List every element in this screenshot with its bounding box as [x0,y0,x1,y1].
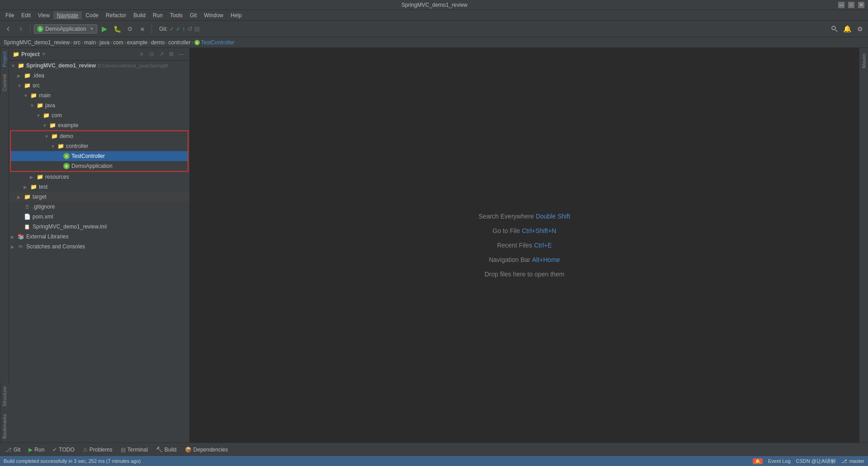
tree-scratches[interactable]: ▶ ✏ Scratches and Consoles [9,242,189,252]
search-everywhere-button[interactable] [829,24,840,34]
git-check-2: ✓ [176,26,180,32]
vertical-tab-structure[interactable]: Structure [0,383,9,410]
tree-external-libs-label: External Libraries [26,233,68,240]
debug-button[interactable]: 🐛 [112,24,123,34]
tree-testcontroller[interactable]: S TestController [11,151,188,161]
tree-root[interactable]: ▼ 📁 SpringMVC_demo1_review D:\Java\code\… [9,61,189,71]
menu-window[interactable]: Window [200,11,227,19]
tree-demoapplication[interactable]: S DemoApplication [11,161,188,171]
chevron-down-icon[interactable]: ▼ [42,52,46,57]
folder-target-icon: 📁 [24,193,31,200]
menu-view[interactable]: View [34,11,53,19]
event-log-label[interactable]: Event Log [768,458,791,464]
breadcrumb-java[interactable]: java [99,39,109,46]
menu-file[interactable]: File [2,11,18,19]
deps-tab-icon: 📦 [185,447,192,453]
title-bar: SpringMVC_demo1_review — □ ✕ [0,0,868,10]
hide-panel-button[interactable]: — [177,50,186,59]
run-config-label: DemoApplication [45,26,86,32]
tree-main[interactable]: ▼ 📁 main [9,90,189,100]
tree-target[interactable]: ▶ 📁 target [9,192,189,202]
status-left: Build completed successfully in 3 sec, 2… [4,458,141,464]
hint-search-shortcut: Double Shift [536,213,570,220]
branch-name: master [849,458,864,464]
breadcrumb-com[interactable]: com [113,39,123,46]
tree-iml[interactable]: 📋 SpringMVC_demo1_review.iml [9,222,189,232]
hint-recent-files: Recent Files Ctrl+E [497,242,552,249]
menu-tools[interactable]: Tools [166,11,186,19]
minimize-button[interactable]: — [838,2,844,8]
breadcrumb-demo[interactable]: demo [151,39,165,46]
bottom-tab-problems[interactable]: ⚠ Problems [79,444,116,455]
tree-controller[interactable]: ▼ 📁 controller [11,141,188,151]
menu-build[interactable]: Build [130,11,149,19]
tree-src-label: src [33,82,40,89]
breadcrumb-project[interactable]: SpringMVC_demo1_review [4,39,70,46]
menu-edit[interactable]: Edit [18,11,34,19]
git-menu-icon[interactable]: ⊟ [194,25,200,33]
vertical-tab-project[interactable]: Project [0,48,9,71]
breadcrumb-sep-3: › [97,39,99,46]
back-button[interactable] [3,24,14,34]
branch-label[interactable]: ⎇ master [841,458,864,464]
tree-src[interactable]: ▼ 📁 src [9,81,189,90]
toolbar: S DemoApplication ▼ ▶ 🐛 ⊙ ■ Git: ✓ ✓ ↑ ↺… [0,21,868,37]
tree-pomxml[interactable]: 📄 pom.xml [9,212,189,222]
settings-panel-button[interactable]: ⚙ [167,50,176,59]
vertical-tab-commit[interactable]: Commit [0,71,9,95]
tree-demo[interactable]: ▼ 📁 demo [11,131,188,141]
git-push-icon[interactable]: ↑ [182,25,185,33]
breadcrumb-main[interactable]: main [84,39,96,46]
forward-button[interactable] [15,24,26,34]
settings-button[interactable]: ⚙ [854,24,865,34]
hint-drop-files-text: Drop files here to open them [485,271,565,278]
project-panel-header: 📁 Project ▼ ≡ ⊙ ↗ ⚙ — [9,48,189,61]
menu-code[interactable]: Code [82,11,102,19]
bottom-tab-git[interactable]: ⎇ Git [2,444,24,455]
chevron-down-icon: ▼ [90,26,94,31]
menu-navigate[interactable]: Navigate [53,11,82,19]
tree-gitignore-label: .gitignore [33,204,55,210]
close-button[interactable]: ✕ [858,2,864,8]
menu-git[interactable]: Git [186,11,200,19]
breadcrumb-testcontroller[interactable]: S TestController [194,39,235,46]
maximize-button[interactable]: □ [848,2,854,8]
run-with-coverage-button[interactable]: ⊙ [124,24,135,34]
bottom-tab-dependencies[interactable]: 📦 Dependencies [181,444,232,455]
collapse-all-button[interactable]: ≡ [137,50,146,59]
tree-gitignore[interactable]: 🗒 .gitignore [9,202,189,212]
breadcrumb-controller[interactable]: controller [168,39,190,46]
spring-icon-testcontroller: S [63,153,70,159]
breadcrumb-example[interactable]: example [127,39,147,46]
terminal-tab-label: Terminal [127,447,148,453]
menu-refactor[interactable]: Refactor [102,11,130,19]
bottom-tab-build[interactable]: 🔨 Build [152,444,180,455]
maven-panel-label[interactable]: Maven [860,50,868,72]
svg-point-0 [832,26,835,30]
git-update-icon[interactable]: ↺ [187,25,193,33]
tree-idea[interactable]: ▶ 📁 .idea [9,71,189,81]
tree-idea-label: .idea [33,72,44,79]
bottom-tab-terminal[interactable]: ▤ Terminal [117,444,151,455]
menu-run[interactable]: Run [149,11,166,19]
bottom-tab-run[interactable]: ▶ Run [25,444,48,455]
tree-resources[interactable]: ▶ 📁 resources [9,172,189,182]
notifications-button[interactable]: 🔔 [842,24,853,34]
tree-example[interactable]: ▼ 📁 example [9,120,189,130]
spring-icon-demoapplication: S [63,163,70,169]
tree-java[interactable]: ▼ 📁 java [9,100,189,110]
run-config-selector[interactable]: S DemoApplication ▼ [34,24,97,33]
breadcrumb-src[interactable]: src [73,39,80,46]
tree-com[interactable]: ▼ 📁 com [9,110,189,120]
bottom-tab-todo[interactable]: ✔ TODO [49,444,78,455]
run-button[interactable]: ▶ [99,24,110,34]
scroll-from-source-button[interactable]: ⊙ [147,50,156,59]
scroll-to-source-button[interactable]: ↗ [157,50,166,59]
stop-button[interactable]: ■ [137,24,148,34]
menu-help[interactable]: Help [227,11,245,19]
window-controls[interactable]: — □ ✕ [838,2,864,8]
tree-external-libs[interactable]: ▶ 📚 External Libraries [9,232,189,242]
vertical-tab-bookmarks[interactable]: Bookmarks [0,410,9,442]
toolbar-sep-2 [151,24,152,33]
tree-test[interactable]: ▶ 📁 test [9,182,189,192]
